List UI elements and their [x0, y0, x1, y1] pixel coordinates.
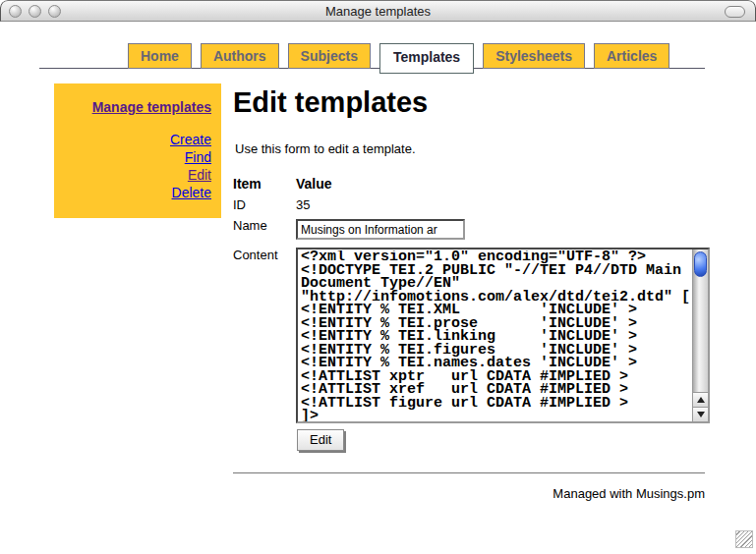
- tab-templates[interactable]: Templates: [379, 43, 474, 74]
- id-label: ID: [233, 195, 296, 214]
- sidebar-link-find[interactable]: Find: [54, 148, 211, 166]
- scroll-down-button[interactable]: [693, 407, 709, 421]
- page-title: Edit templates: [233, 86, 705, 118]
- sidebar-link-edit[interactable]: Edit: [54, 166, 211, 184]
- edit-button[interactable]: Edit: [297, 429, 344, 451]
- window-title: Manage templates: [1, 1, 755, 23]
- window-titlebar: Manage templates: [0, 0, 756, 22]
- scrollbar-thumb[interactable]: [694, 251, 707, 277]
- toolbar-pill-button[interactable]: [725, 6, 745, 18]
- name-label: Name: [233, 216, 296, 244]
- template-form-table: Item Value ID 35 Name Content <?xml vers…: [233, 174, 705, 453]
- content-label: Content: [233, 246, 296, 453]
- scroll-up-button[interactable]: [693, 392, 709, 407]
- resize-grip[interactable]: [735, 530, 753, 548]
- footer-credit: Managed with Musings.pm: [233, 486, 705, 501]
- zoom-button[interactable]: [48, 5, 61, 18]
- tab-authors[interactable]: Authors: [201, 43, 279, 69]
- name-input[interactable]: [296, 219, 465, 240]
- tab-bar: Home Authors Subjects Templates Styleshe…: [128, 41, 669, 69]
- main-content: Edit templates Use this form to edit a t…: [233, 86, 705, 501]
- arrow-up-icon: [697, 397, 705, 403]
- sidebar-link-create[interactable]: Create: [54, 131, 211, 148]
- tab-articles[interactable]: Articles: [594, 43, 669, 69]
- content-textarea[interactable]: <?xml version="1.0" encoding="UTF-8" ?> …: [296, 248, 710, 423]
- footer-divider: [233, 472, 705, 473]
- textarea-scrollbar[interactable]: [692, 249, 708, 421]
- column-header-item: Item: [233, 174, 296, 194]
- tab-home[interactable]: Home: [128, 43, 192, 69]
- window-controls: [9, 5, 61, 18]
- content-text: <?xml version="1.0" encoding="UTF-8" ?> …: [301, 250, 690, 421]
- minimize-button[interactable]: [29, 5, 41, 18]
- arrow-down-icon: [697, 412, 705, 417]
- sidebar: Manage templates Create Find Edit Delete: [54, 83, 221, 218]
- close-button[interactable]: [9, 5, 22, 18]
- tab-subjects[interactable]: Subjects: [288, 43, 371, 69]
- intro-text: Use this form to edit a template.: [235, 141, 705, 156]
- sidebar-heading: Manage templates: [54, 99, 211, 115]
- sidebar-link-delete[interactable]: Delete: [54, 184, 211, 201]
- tab-stylesheets[interactable]: Stylesheets: [483, 43, 585, 69]
- id-value: 35: [296, 195, 710, 214]
- browser-window: Manage templates Home Authors Subjects T…: [0, 0, 756, 554]
- column-header-value: Value: [296, 174, 710, 194]
